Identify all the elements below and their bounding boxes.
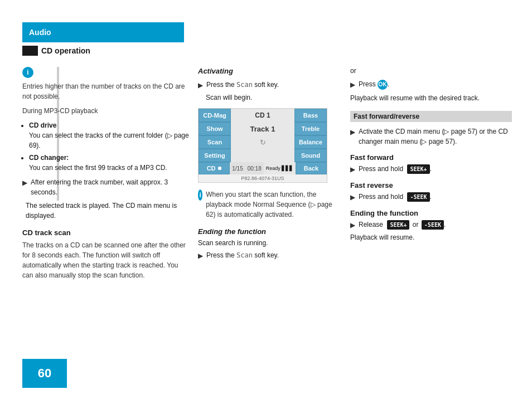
header-blue-bar: Audio xyxy=(22,22,184,42)
press-scan-text: Press the Scan soft key. xyxy=(206,80,279,90)
left-column: i Entries higher than the number of trac… xyxy=(22,67,190,285)
arrow-icon-right-5: ▶ xyxy=(350,220,355,230)
back-btn: Back xyxy=(296,162,327,174)
release-text: Release SEEK+ or -SEEK. xyxy=(359,220,446,230)
header-title: Audio xyxy=(29,28,51,37)
fast-forward-reverse-header: Fast forward/reverse xyxy=(350,111,512,122)
playback-resume-2: Playback will resume. xyxy=(350,233,512,241)
scan-icon-area: ↻ xyxy=(231,135,294,149)
cd-track-scan-title: CD track scan xyxy=(22,228,190,237)
fast-reverse-title: Fast reverse xyxy=(350,181,512,189)
scan-btn[interactable]: Scan xyxy=(199,135,231,149)
cd-row-4: Setting Sound xyxy=(199,149,327,162)
press-hold-1-item: ▶ Press and hold SEEK+. xyxy=(350,164,512,174)
press-ok-item: ▶ Press OK. xyxy=(350,79,512,90)
scan-will-begin: Scan will begin. xyxy=(206,94,340,101)
cd-track-scan-text: The tracks on a CD can be scanned one af… xyxy=(22,240,190,280)
activate-text: Activate the CD main menu (▷ page 57) or… xyxy=(359,126,512,147)
cd-display: CD-Mag CD 1 Bass Show Track 1 Treble Sca… xyxy=(198,108,327,183)
cd-row-3: Scan ↻ Balance xyxy=(199,135,327,149)
seek-forward-btn: SEEK+ xyxy=(407,164,429,174)
arrow-text-2: The selected track is played. The CD mai… xyxy=(26,201,190,221)
bullet-2-title: CD changer: xyxy=(29,154,69,162)
black-bar xyxy=(22,46,38,56)
playback-resume-1: Playback will resume with the desired tr… xyxy=(350,93,512,103)
arrow-text-1: After entering the track number, wait ap… xyxy=(31,177,190,197)
middle-column: Activating ▶ Press the Scan soft key. Sc… xyxy=(198,67,340,264)
cd-status-info: 1/15 00:18 xyxy=(230,162,264,174)
right-column: or ▶ Press OK. Playback will resume with… xyxy=(350,67,512,241)
ending-title: Ending the function xyxy=(198,227,340,236)
arrow-icon-1: ▶ xyxy=(22,178,27,197)
info-icon-2: i xyxy=(198,189,202,201)
show-btn: Show xyxy=(199,122,231,135)
seek-forward-btn-2: SEEK+ xyxy=(387,220,409,230)
info-icon-1: i xyxy=(22,67,33,78)
track-label: Track 1 xyxy=(231,122,294,135)
arrow-icon-right: ▶ xyxy=(350,80,355,90)
signal-icon: ▋▋▋ xyxy=(282,166,293,171)
or-seek: or xyxy=(413,221,419,228)
page-number: 60 xyxy=(38,366,51,381)
bullet-item-2: CD changer: You can select the first 99 … xyxy=(29,153,190,173)
arrow-item-1: ▶ After entering the track number, wait … xyxy=(22,177,190,197)
seek-back-btn-2: -SEEK xyxy=(422,220,444,230)
subheader: CD operation xyxy=(22,46,90,56)
scan-running: Scan search is running. xyxy=(198,239,340,247)
subheader-text: CD operation xyxy=(41,46,90,55)
info-text-1: Entries higher than the number of tracks… xyxy=(22,81,190,101)
info-box-2: i When you start the scan function, the … xyxy=(198,189,340,220)
press-scan-text-2: Press the Scan soft key. xyxy=(206,250,279,261)
press-hold-2-item: ▶ Press and hold -SEEK. xyxy=(350,192,512,202)
bullet-1-title: CD drive xyxy=(29,121,56,129)
cd-row-1: CD-Mag CD 1 Bass xyxy=(199,109,327,122)
arrow-icon-right-4: ▶ xyxy=(350,192,355,202)
bullet-1-text: You can select the tracks of the current… xyxy=(29,132,189,149)
cd-empty-4 xyxy=(231,149,294,162)
cd-status-btn: CD ⏺ xyxy=(199,162,230,174)
activate-item: ▶ Activate the CD main menu (▷ page 57) … xyxy=(350,126,512,147)
bass-btn: Bass xyxy=(294,109,327,122)
treble-btn: Treble xyxy=(294,122,327,135)
page-number-box: 60 xyxy=(22,359,67,388)
release-item: ▶ Release SEEK+ or -SEEK. xyxy=(350,220,512,230)
bullet-list: CD drive You can select the tracks of th… xyxy=(29,120,190,173)
cd-image-label: P82.86-4074-31US xyxy=(199,174,327,182)
balance-btn: Balance xyxy=(294,135,327,149)
fast-forward-title: Fast forward xyxy=(350,153,512,162)
cd-label: CD 1 xyxy=(231,109,294,122)
setting-btn: Setting xyxy=(199,149,231,162)
arrow-icon-mid: ▶ xyxy=(198,80,203,90)
ok-badge: OK xyxy=(378,80,388,90)
sound-btn: Sound xyxy=(294,149,327,162)
press-scan-item: ▶ Press the Scan soft key. xyxy=(198,80,340,90)
arrow-icon-right-2: ▶ xyxy=(350,127,355,147)
seek-back-btn: -SEEK xyxy=(407,192,429,202)
arrow-icon-right-3: ▶ xyxy=(350,164,355,174)
loading-icon: ↻ xyxy=(260,138,266,147)
press-hold-2-text: Press and hold -SEEK. xyxy=(359,192,432,202)
press-scan-item-2: ▶ Press the Scan soft key. xyxy=(198,250,340,261)
press-ok-text: Press OK. xyxy=(359,79,389,90)
cd-mag-btn: CD-Mag xyxy=(199,109,231,122)
bullet-2-text: You can select the first 99 tracks of a … xyxy=(29,164,167,172)
cd-row-2: Show Track 1 Treble xyxy=(199,122,327,135)
press-hold-1-text: Press and hold SEEK+. xyxy=(359,164,432,174)
arrow-icon-mid-2: ▶ xyxy=(198,251,203,261)
cd-row-5: CD ⏺ 1/15 00:18 Ready ▋▋▋ Back xyxy=(199,162,327,174)
arrow-item-2: The selected track is played. The CD mai… xyxy=(22,201,190,221)
cd-ready-area: Ready ▋▋▋ xyxy=(264,162,296,174)
or-text: or xyxy=(350,67,512,75)
info-text-mid: When you start the scan function, the pl… xyxy=(206,189,340,220)
bullet-item-1: CD drive You can select the tracks of th… xyxy=(29,120,190,150)
info-text-2: During MP3-CD playback xyxy=(22,106,190,116)
cd-disc-icon: ⏺ xyxy=(217,166,222,171)
activating-title: Activating xyxy=(198,67,340,75)
ending-function-title: Ending the function xyxy=(350,209,512,217)
